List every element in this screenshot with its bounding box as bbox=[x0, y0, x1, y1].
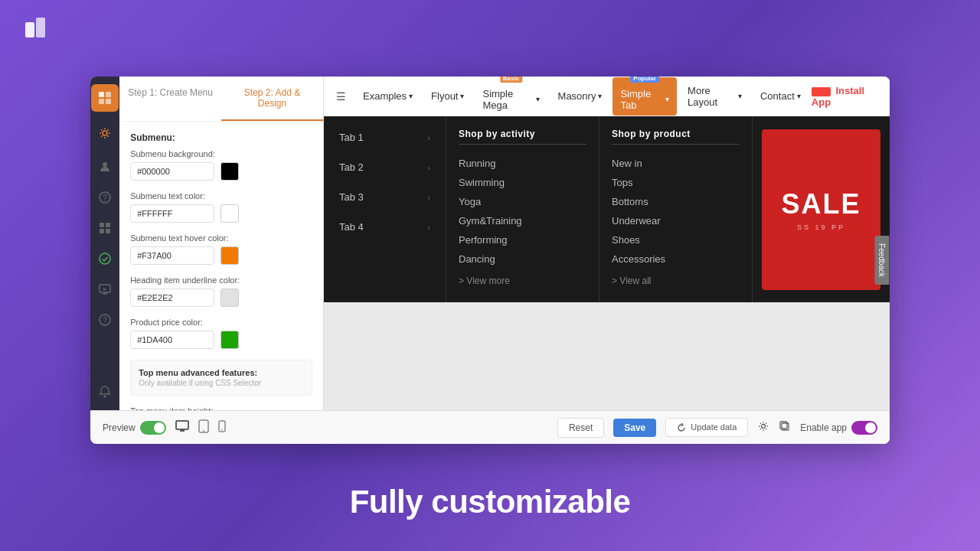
step2-tab[interactable]: Step 2: Add & Design bbox=[221, 77, 323, 121]
simple-mega-badge: Basic bbox=[500, 77, 522, 83]
product-price-row: Product price color: bbox=[130, 318, 312, 349]
sidebar-icon-promoted[interactable] bbox=[91, 245, 119, 272]
reset-button[interactable]: Reset bbox=[557, 418, 604, 438]
nav-contact-chevron: ▾ bbox=[797, 92, 801, 100]
tab-2-label: Tab 2 bbox=[339, 161, 364, 173]
sidebar-icons: ? bbox=[90, 77, 119, 444]
product-price-color-row bbox=[130, 331, 312, 349]
tab-item-4[interactable]: Tab 4 › bbox=[324, 212, 446, 242]
activity-column: Shop by activity Running Swimming Yoga G… bbox=[446, 116, 599, 302]
feedback-tab[interactable]: Feedback bbox=[875, 236, 890, 285]
sidebar-icon-grid[interactable] bbox=[91, 214, 119, 242]
activity-yoga[interactable]: Yoga bbox=[459, 192, 586, 211]
heading-underline-input[interactable] bbox=[130, 289, 214, 307]
mobile-device-icon[interactable] bbox=[218, 420, 226, 435]
advanced-title: Top menu advanced features: bbox=[139, 368, 304, 377]
nav-examples-chevron: ▾ bbox=[409, 92, 413, 100]
sidebar-icon-profile[interactable] bbox=[91, 153, 119, 181]
preview-toggle-switch[interactable] bbox=[140, 421, 166, 435]
submenu-text-input[interactable] bbox=[130, 204, 214, 223]
step1-tab[interactable]: Step 1: Create Menu bbox=[119, 77, 221, 121]
submenu-bg-swatch[interactable] bbox=[220, 162, 239, 181]
product-price-input[interactable] bbox=[130, 331, 214, 349]
nav-simple-tab-chevron: ▾ bbox=[665, 95, 669, 103]
submenu-hover-input[interactable] bbox=[130, 246, 214, 265]
enable-app-toggle[interactable] bbox=[851, 421, 877, 435]
product-tops[interactable]: Tops bbox=[612, 173, 740, 192]
left-panel: Step 1: Create Menu Step 2: Add & Design… bbox=[119, 77, 324, 444]
heading-underline-label: Heading item underline color: bbox=[130, 276, 312, 285]
steps-header: Step 1: Create Menu Step 2: Add & Design bbox=[119, 77, 323, 122]
tabs-column: Tab 1 › Tab 2 › Tab 3 › Tab 4 › bbox=[324, 116, 446, 302]
nav-contact[interactable]: Contact ▾ bbox=[753, 86, 808, 106]
tab-item-2[interactable]: Tab 2 › bbox=[324, 152, 446, 182]
sidebar-icon-setting[interactable] bbox=[91, 119, 119, 147]
logo-icon bbox=[23, 14, 54, 44]
tab-item-1[interactable]: Tab 1 › bbox=[324, 122, 446, 152]
submenu-hover-swatch[interactable] bbox=[220, 246, 239, 265]
save-button[interactable]: Save bbox=[613, 419, 656, 437]
svg-point-20 bbox=[104, 396, 106, 398]
simple-tab-badge: Popular bbox=[630, 77, 659, 83]
image-column: SALE SS 19 PP bbox=[753, 116, 890, 302]
svg-rect-31 bbox=[780, 422, 787, 429]
settings-icon-bottom[interactable] bbox=[757, 420, 769, 435]
product-shoes[interactable]: Shoes bbox=[612, 230, 740, 249]
product-price-swatch[interactable] bbox=[220, 331, 239, 349]
svg-rect-10 bbox=[100, 223, 104, 227]
activity-gym[interactable]: Gym&Training bbox=[459, 211, 586, 230]
nav-masonry-chevron: ▾ bbox=[598, 92, 602, 100]
nav-examples[interactable]: Examples ▾ bbox=[355, 86, 420, 106]
hamburger-icon[interactable]: ☰ bbox=[336, 90, 346, 103]
panel-content: Submenu: Submenu background: Submenu tex… bbox=[119, 122, 323, 444]
activity-performing[interactable]: Performing bbox=[459, 230, 586, 249]
tablet-device-icon[interactable] bbox=[198, 419, 209, 436]
tab-1-chevron: › bbox=[427, 133, 430, 142]
tab-item-3[interactable]: Tab 3 › bbox=[324, 182, 446, 212]
update-data-button[interactable]: Update data bbox=[665, 418, 748, 437]
svg-rect-2 bbox=[99, 92, 104, 97]
product-accessories[interactable]: Accessories bbox=[612, 249, 740, 269]
nav-simple-mega-chevron: ▾ bbox=[536, 95, 540, 103]
nav-simple-tab[interactable]: Popular Simple Tab ▾ bbox=[612, 77, 677, 116]
submenu-text-swatch[interactable] bbox=[220, 204, 239, 223]
submenu-bg-label: Submenu background: bbox=[130, 149, 312, 158]
tab-3-label: Tab 3 bbox=[339, 191, 364, 203]
svg-rect-30 bbox=[782, 423, 789, 430]
desktop-device-icon[interactable] bbox=[175, 419, 189, 436]
activity-view-more[interactable]: > View more bbox=[459, 272, 586, 290]
product-new-in[interactable]: New in bbox=[612, 154, 740, 173]
sidebar-icon-help[interactable]: ? bbox=[91, 184, 119, 211]
product-view-all[interactable]: > View all bbox=[612, 272, 740, 290]
sidebar-icon-tutorial[interactable] bbox=[91, 276, 119, 303]
submenu-bg-input[interactable] bbox=[130, 162, 214, 181]
sidebar-icon-instruction[interactable]: ? bbox=[91, 306, 119, 334]
heading-underline-swatch[interactable] bbox=[220, 289, 239, 307]
svg-rect-3 bbox=[106, 92, 111, 97]
product-bottoms[interactable]: Bottoms bbox=[612, 192, 740, 211]
sidebar-icon-logo[interactable] bbox=[91, 84, 119, 112]
product-underwear[interactable]: Underwear bbox=[612, 211, 740, 230]
bottom-bar: Preview bbox=[90, 410, 890, 444]
product-price-label: Product price color: bbox=[130, 318, 312, 327]
heading-underline-color-row bbox=[130, 289, 312, 307]
nav-install[interactable]: Free Install App bbox=[812, 85, 877, 108]
sidebar-icon-notification[interactable] bbox=[91, 378, 119, 406]
nav-flyout-chevron: ▾ bbox=[460, 92, 464, 100]
tab-3-chevron: › bbox=[427, 193, 430, 202]
activity-dancing[interactable]: Dancing bbox=[459, 249, 586, 269]
submenu-section-label: Submenu: bbox=[130, 132, 312, 143]
activity-swimming[interactable]: Swimming bbox=[459, 173, 586, 192]
svg-rect-22 bbox=[176, 421, 188, 429]
svg-rect-0 bbox=[25, 22, 34, 37]
submenu-hover-row: Submenu text hover color: bbox=[130, 233, 312, 265]
nav-more-layout[interactable]: More Layout ▾ bbox=[680, 80, 750, 112]
nav-masonry-label: Masonry bbox=[558, 90, 596, 102]
nav-flyout[interactable]: Flyout ▾ bbox=[423, 86, 472, 106]
activity-running[interactable]: Running bbox=[459, 154, 586, 173]
nav-bar: ☰ Examples ▾ Flyout ▾ Basic Simple Mega … bbox=[324, 77, 890, 116]
duplicate-icon-bottom[interactable] bbox=[779, 420, 791, 435]
nav-simple-mega[interactable]: Basic Simple Mega ▾ bbox=[475, 77, 547, 116]
advanced-subtitle: Only available if using CSS Selector bbox=[139, 379, 304, 387]
nav-masonry[interactable]: Masonry ▾ bbox=[550, 86, 610, 106]
